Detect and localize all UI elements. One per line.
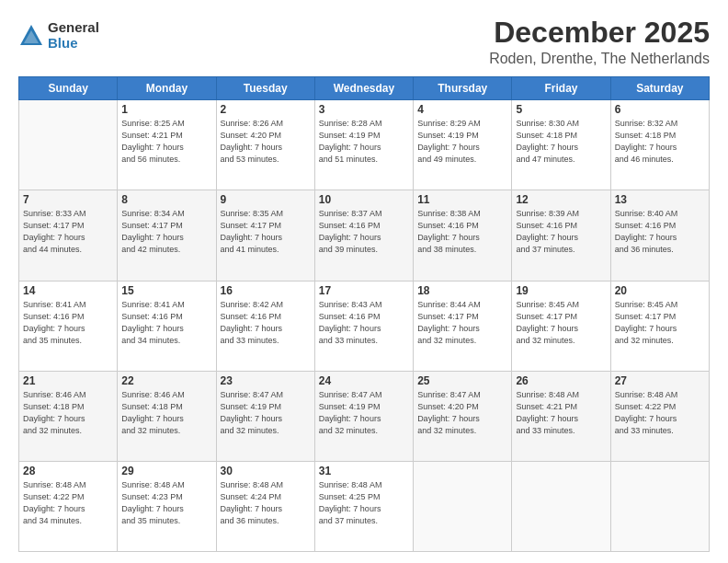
day-number: 25	[417, 374, 507, 387]
header-sunday: Sunday	[19, 77, 118, 100]
day-info: Sunrise: 8:41 AMSunset: 4:16 PMDaylight:…	[23, 299, 113, 347]
calendar-cell: 7Sunrise: 8:33 AMSunset: 4:17 PMDaylight…	[19, 190, 118, 281]
day-info: Sunrise: 8:34 AMSunset: 4:17 PMDaylight:…	[121, 208, 211, 256]
day-number: 13	[615, 193, 705, 206]
calendar-cell: 15Sunrise: 8:41 AMSunset: 4:16 PMDayligh…	[118, 281, 216, 371]
month-title: December 2025	[489, 17, 710, 49]
day-number: 5	[516, 103, 606, 116]
header-tuesday: Tuesday	[216, 77, 314, 100]
calendar-week-row: 14Sunrise: 8:41 AMSunset: 4:16 PMDayligh…	[19, 281, 710, 371]
calendar-cell: 8Sunrise: 8:34 AMSunset: 4:17 PMDaylight…	[118, 190, 216, 281]
day-number: 24	[319, 374, 409, 387]
day-info: Sunrise: 8:48 AMSunset: 4:22 PMDaylight:…	[615, 389, 705, 437]
calendar-cell	[610, 461, 709, 551]
calendar-week-row: 7Sunrise: 8:33 AMSunset: 4:17 PMDaylight…	[19, 190, 710, 281]
day-number: 15	[121, 284, 211, 297]
day-number: 22	[121, 374, 211, 387]
day-info: Sunrise: 8:41 AMSunset: 4:16 PMDaylight:…	[121, 299, 211, 347]
page: General Blue December 2025 Roden, Drenth…	[0, 0, 728, 563]
calendar-cell: 6Sunrise: 8:32 AMSunset: 4:18 PMDaylight…	[610, 100, 709, 190]
day-info: Sunrise: 8:48 AMSunset: 4:23 PMDaylight:…	[121, 479, 211, 527]
day-info: Sunrise: 8:46 AMSunset: 4:18 PMDaylight:…	[121, 389, 211, 437]
day-number: 20	[615, 284, 705, 297]
calendar-cell: 1Sunrise: 8:25 AMSunset: 4:21 PMDaylight…	[118, 100, 216, 190]
day-info: Sunrise: 8:47 AMSunset: 4:20 PMDaylight:…	[417, 389, 507, 437]
logo-blue-text: Blue	[48, 36, 99, 52]
day-number: 14	[23, 284, 113, 297]
day-info: Sunrise: 8:48 AMSunset: 4:22 PMDaylight:…	[23, 479, 113, 527]
calendar-cell: 5Sunrise: 8:30 AMSunset: 4:18 PMDaylight…	[512, 100, 610, 190]
calendar-cell: 12Sunrise: 8:39 AMSunset: 4:16 PMDayligh…	[512, 190, 610, 281]
day-number: 3	[319, 103, 409, 116]
calendar-cell: 17Sunrise: 8:43 AMSunset: 4:16 PMDayligh…	[314, 281, 413, 371]
logo-text: General Blue	[48, 20, 99, 51]
day-info: Sunrise: 8:46 AMSunset: 4:18 PMDaylight:…	[23, 389, 113, 437]
day-info: Sunrise: 8:42 AMSunset: 4:16 PMDaylight:…	[221, 299, 311, 347]
day-number: 31	[319, 465, 409, 477]
day-number: 16	[221, 284, 311, 297]
header-monday: Monday	[118, 77, 216, 100]
calendar-cell: 10Sunrise: 8:37 AMSunset: 4:16 PMDayligh…	[314, 190, 413, 281]
day-info: Sunrise: 8:33 AMSunset: 4:17 PMDaylight:…	[23, 208, 113, 256]
calendar-cell: 30Sunrise: 8:48 AMSunset: 4:24 PMDayligh…	[216, 461, 314, 551]
day-info: Sunrise: 8:39 AMSunset: 4:16 PMDaylight:…	[516, 208, 606, 256]
calendar-cell: 22Sunrise: 8:46 AMSunset: 4:18 PMDayligh…	[118, 371, 216, 461]
calendar-cell: 20Sunrise: 8:45 AMSunset: 4:17 PMDayligh…	[610, 281, 709, 371]
day-number: 12	[516, 193, 606, 206]
calendar-cell: 13Sunrise: 8:40 AMSunset: 4:16 PMDayligh…	[610, 190, 709, 281]
logo: General Blue	[18, 20, 99, 51]
calendar-cell: 31Sunrise: 8:48 AMSunset: 4:25 PMDayligh…	[314, 461, 413, 551]
day-info: Sunrise: 8:26 AMSunset: 4:20 PMDaylight:…	[221, 118, 311, 166]
title-block: December 2025 Roden, Drenthe, The Nether…	[489, 17, 710, 67]
day-number: 19	[516, 284, 606, 297]
day-info: Sunrise: 8:29 AMSunset: 4:19 PMDaylight:…	[417, 118, 507, 166]
calendar-week-row: 28Sunrise: 8:48 AMSunset: 4:22 PMDayligh…	[19, 461, 710, 551]
day-number: 7	[23, 193, 113, 206]
day-info: Sunrise: 8:28 AMSunset: 4:19 PMDaylight:…	[319, 118, 409, 166]
day-number: 9	[221, 193, 311, 206]
day-number: 26	[516, 374, 606, 387]
day-number: 1	[121, 103, 211, 116]
day-number: 17	[319, 284, 409, 297]
day-number: 10	[319, 193, 409, 206]
day-info: Sunrise: 8:45 AMSunset: 4:17 PMDaylight:…	[615, 299, 705, 347]
day-info: Sunrise: 8:44 AMSunset: 4:17 PMDaylight:…	[417, 299, 507, 347]
header: General Blue December 2025 Roden, Drenth…	[18, 17, 710, 67]
day-number: 29	[121, 465, 211, 477]
calendar-cell: 4Sunrise: 8:29 AMSunset: 4:19 PMDaylight…	[414, 100, 512, 190]
calendar-cell: 25Sunrise: 8:47 AMSunset: 4:20 PMDayligh…	[414, 371, 512, 461]
calendar-week-row: 1Sunrise: 8:25 AMSunset: 4:21 PMDaylight…	[19, 100, 710, 190]
calendar-cell: 19Sunrise: 8:45 AMSunset: 4:17 PMDayligh…	[512, 281, 610, 371]
calendar-cell: 11Sunrise: 8:38 AMSunset: 4:16 PMDayligh…	[414, 190, 512, 281]
calendar-cell	[414, 461, 512, 551]
day-info: Sunrise: 8:38 AMSunset: 4:16 PMDaylight:…	[417, 208, 507, 256]
header-wednesday: Wednesday	[314, 77, 413, 100]
day-number: 28	[23, 465, 113, 477]
day-number: 18	[417, 284, 507, 297]
calendar-cell: 16Sunrise: 8:42 AMSunset: 4:16 PMDayligh…	[216, 281, 314, 371]
day-info: Sunrise: 8:47 AMSunset: 4:19 PMDaylight:…	[221, 389, 311, 437]
day-info: Sunrise: 8:48 AMSunset: 4:21 PMDaylight:…	[516, 389, 606, 437]
calendar-cell	[512, 461, 610, 551]
day-info: Sunrise: 8:25 AMSunset: 4:21 PMDaylight:…	[121, 118, 211, 166]
day-info: Sunrise: 8:47 AMSunset: 4:19 PMDaylight:…	[319, 389, 409, 437]
calendar-cell: 9Sunrise: 8:35 AMSunset: 4:17 PMDaylight…	[216, 190, 314, 281]
calendar-cell: 14Sunrise: 8:41 AMSunset: 4:16 PMDayligh…	[19, 281, 118, 371]
calendar-table: Sunday Monday Tuesday Wednesday Thursday…	[18, 76, 710, 552]
day-info: Sunrise: 8:45 AMSunset: 4:17 PMDaylight:…	[516, 299, 606, 347]
logo-icon	[18, 23, 44, 49]
header-friday: Friday	[512, 77, 610, 100]
logo-general-text: General	[48, 20, 99, 36]
header-saturday: Saturday	[610, 77, 709, 100]
calendar-cell: 21Sunrise: 8:46 AMSunset: 4:18 PMDayligh…	[19, 371, 118, 461]
calendar-cell: 28Sunrise: 8:48 AMSunset: 4:22 PMDayligh…	[19, 461, 118, 551]
day-info: Sunrise: 8:48 AMSunset: 4:24 PMDaylight:…	[221, 479, 311, 527]
day-number: 8	[121, 193, 211, 206]
day-number: 2	[221, 103, 311, 116]
day-info: Sunrise: 8:35 AMSunset: 4:17 PMDaylight:…	[221, 208, 311, 256]
day-info: Sunrise: 8:30 AMSunset: 4:18 PMDaylight:…	[516, 118, 606, 166]
day-info: Sunrise: 8:48 AMSunset: 4:25 PMDaylight:…	[319, 479, 409, 527]
day-number: 11	[417, 193, 507, 206]
header-thursday: Thursday	[414, 77, 512, 100]
day-info: Sunrise: 8:37 AMSunset: 4:16 PMDaylight:…	[319, 208, 409, 256]
